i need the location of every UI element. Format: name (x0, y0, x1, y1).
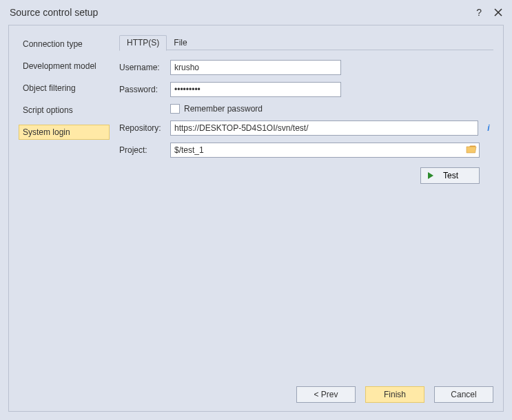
password-input[interactable] (170, 82, 341, 97)
test-button[interactable]: Test (420, 167, 480, 184)
test-button-label: Test (443, 171, 458, 180)
dialog-window: Source control setup ? Connection type D… (0, 0, 512, 420)
sidebar-item-development-model[interactable]: Development model (19, 59, 110, 74)
sidebar-item-system-login[interactable]: System login (19, 125, 110, 140)
info-icon[interactable]: i (484, 123, 493, 133)
username-input[interactable] (170, 60, 341, 75)
main-panel: Connection type Development model Object… (8, 25, 504, 412)
remember-password-checkbox[interactable] (170, 104, 180, 114)
form-area: Username: Password: Remember password Re… (119, 50, 493, 184)
username-label: Username: (119, 63, 170, 72)
prev-button[interactable]: < Prev (296, 386, 356, 403)
button-bar: < Prev Finish Cancel (9, 378, 503, 411)
project-input[interactable] (170, 143, 480, 158)
tab-file[interactable]: File (167, 36, 194, 50)
sidebar-item-script-options[interactable]: Script options (19, 103, 110, 118)
titlebar: Source control setup ? (0, 0, 512, 25)
tabs: HTTP(S) File (119, 35, 493, 50)
dialog-title: Source control setup (10, 7, 476, 18)
tab-https[interactable]: HTTP(S) (119, 35, 167, 51)
play-icon (428, 172, 433, 179)
help-icon[interactable]: ? (476, 8, 482, 17)
repository-label: Repository: (119, 123, 170, 133)
project-label: Project: (119, 145, 170, 155)
finish-button[interactable]: Finish (365, 386, 424, 403)
remember-password-label: Remember password (184, 104, 263, 114)
password-label: Password: (119, 85, 170, 94)
repository-input[interactable] (170, 120, 478, 136)
cancel-button[interactable]: Cancel (434, 386, 493, 403)
sidebar-item-object-filtering[interactable]: Object filtering (19, 81, 110, 96)
wizard-sidebar: Connection type Development model Object… (19, 35, 110, 378)
sidebar-item-connection-type[interactable]: Connection type (19, 36, 110, 52)
close-icon[interactable] (494, 8, 502, 17)
folder-icon[interactable] (466, 145, 477, 156)
